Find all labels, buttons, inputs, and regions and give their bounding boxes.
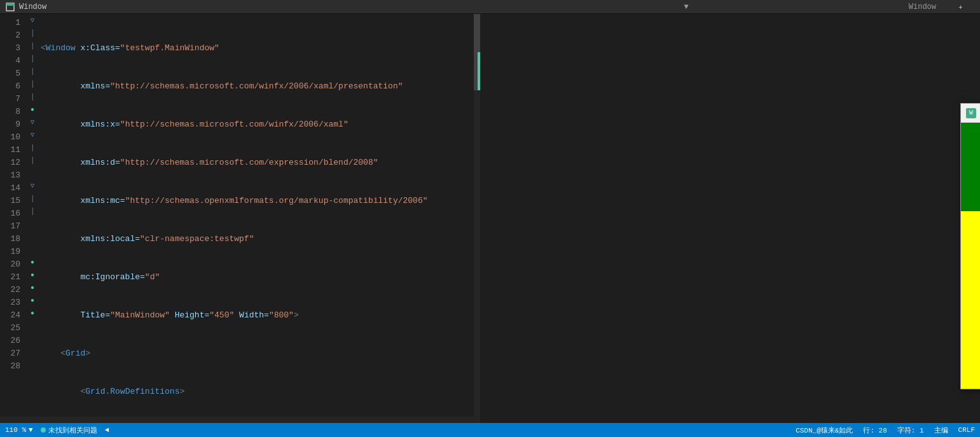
gutter-17 bbox=[27, 218, 38, 230]
error-text: 未找到相关问题 bbox=[48, 426, 97, 435]
code-line-5: xmlns:mc="http://schemas.openxmlformats.… bbox=[41, 195, 474, 207]
vertical-scrollbar[interactable] bbox=[474, 14, 480, 417]
code-lines[interactable]: <Window x:Class="testwpf.MainWindow" xml… bbox=[38, 14, 474, 417]
editor-area: 12345 678910 1112131415 1617181920 21222… bbox=[0, 14, 480, 423]
error-indicator: 未找到相关问题 bbox=[41, 426, 97, 435]
gutter-20: ● bbox=[27, 256, 38, 268]
gutter-24: ● bbox=[27, 307, 38, 319]
gutter-5: │ bbox=[27, 65, 38, 78]
title-bar-controls: + bbox=[946, 1, 975, 13]
scroll-left-icon[interactable]: ◄ bbox=[105, 426, 109, 434]
add-tab-button[interactable]: + bbox=[946, 1, 975, 13]
cell-yellow bbox=[961, 211, 980, 389]
gutter-9[interactable]: ▽ bbox=[27, 116, 38, 128]
gutter-11: │ bbox=[27, 141, 38, 154]
zoom-dropdown-icon[interactable]: ▼ bbox=[29, 426, 33, 434]
code-line-4: xmlns:d="http://schemas.microsoft.com/ex… bbox=[41, 156, 474, 169]
gutter-26 bbox=[27, 332, 38, 345]
gutter-27 bbox=[27, 345, 38, 357]
title-bar: Window ▼ Window + bbox=[0, 0, 980, 14]
svg-rect-1 bbox=[6, 3, 14, 6]
status-bar: 110 % ▼ 未找到相关问题 ◄ CSDN_@猿来&如此 行: 28 字符: … bbox=[0, 423, 980, 437]
gutter-4: │ bbox=[27, 52, 38, 65]
code-line-10: <Grid.RowDefinitions> bbox=[41, 385, 474, 398]
gutter-1[interactable]: ▽ bbox=[27, 14, 38, 27]
gutter-10[interactable]: ▽ bbox=[27, 128, 38, 141]
gutter-15: │ bbox=[27, 192, 38, 205]
wpf-title-bar: W MainWindow ⊞ ▭ ⊟ ⊞ ⊡ ↺ ⊕ ✓ ⋯ — ☐ bbox=[961, 104, 980, 123]
code-line-8: Title="MainWindow" Height="450" Width="8… bbox=[41, 309, 474, 322]
gutter: ▽ │ │ │ │ │ │ ● ▽ ▽ │ │ ▽ │ │ ● ● bbox=[27, 14, 38, 417]
code-content: 12345 678910 1112131415 1617181920 21222… bbox=[0, 14, 480, 417]
gutter-25 bbox=[27, 319, 38, 332]
code-line-1: <Window x:Class="testwpf.MainWindow" bbox=[41, 42, 474, 55]
gutter-14[interactable]: ▽ bbox=[27, 179, 38, 192]
code-line-2: xmlns="http://schemas.microsoft.com/winf… bbox=[41, 80, 474, 93]
code-line-3: xmlns:x="http://schemas.microsoft.com/wi… bbox=[41, 118, 474, 131]
title-center-label: ▼ bbox=[464, 3, 908, 11]
gutter-7: │ bbox=[27, 90, 38, 103]
gutter-12: │ bbox=[27, 154, 38, 167]
gutter-8: ● bbox=[27, 103, 38, 116]
code-line-6: xmlns:local="clr-namespace:testwpf" bbox=[41, 233, 474, 246]
status-right: CSDN_@猿来&如此 行: 28 字符: 1 主编 CRLF bbox=[796, 426, 975, 435]
gutter-28 bbox=[27, 357, 38, 370]
preview-area: W MainWindow ⊞ ▭ ⊟ ⊞ ⊡ ↺ ⊕ ✓ ⋯ — ☐ bbox=[480, 14, 980, 423]
gutter-21: ● bbox=[27, 268, 38, 281]
gutter-2: │ bbox=[27, 27, 38, 39]
gutter-3: │ bbox=[27, 39, 38, 52]
title-right-label: Window bbox=[909, 3, 936, 11]
position-label: 行: 28 bbox=[863, 426, 887, 435]
main-content: 12345 678910 1112131415 1617181920 21222… bbox=[0, 14, 980, 423]
code-line-9: <Grid> bbox=[41, 347, 474, 360]
wpf-window-icon: W bbox=[966, 108, 976, 118]
gutter-22: ● bbox=[27, 281, 38, 294]
horizontal-scrollbar[interactable] bbox=[0, 417, 480, 423]
credit-label: CSDN_@猿来&如此 bbox=[796, 426, 853, 435]
gutter-13 bbox=[27, 167, 38, 179]
title-bar-label: Window bbox=[19, 3, 464, 11]
gutter-6: │ bbox=[27, 78, 38, 90]
gutter-16: │ bbox=[27, 205, 38, 218]
status-left: 110 % ▼ 未找到相关问题 ◄ bbox=[5, 426, 109, 435]
window-icon bbox=[5, 2, 15, 12]
error-dot-icon bbox=[41, 427, 46, 433]
zoom-control[interactable]: 110 % ▼ bbox=[5, 426, 33, 434]
line-ending-label: CRLF bbox=[958, 426, 975, 434]
encoding-label: 主编 bbox=[934, 426, 948, 435]
column-label: 字符: 1 bbox=[897, 426, 924, 435]
zoom-level: 110 % bbox=[5, 426, 26, 434]
code-line-7: mc:Ignorable="d" bbox=[41, 271, 474, 284]
gutter-18 bbox=[27, 230, 38, 243]
wpf-window: W MainWindow ⊞ ▭ ⊟ ⊞ ⊡ ↺ ⊕ ✓ ⋯ — ☐ bbox=[960, 103, 980, 389]
gutter-23: ● bbox=[27, 294, 38, 307]
gutter-19 bbox=[27, 243, 38, 256]
cell-green bbox=[961, 123, 980, 211]
wpf-content bbox=[961, 123, 980, 389]
line-numbers: 12345 678910 1112131415 1617181920 21222… bbox=[0, 14, 27, 417]
